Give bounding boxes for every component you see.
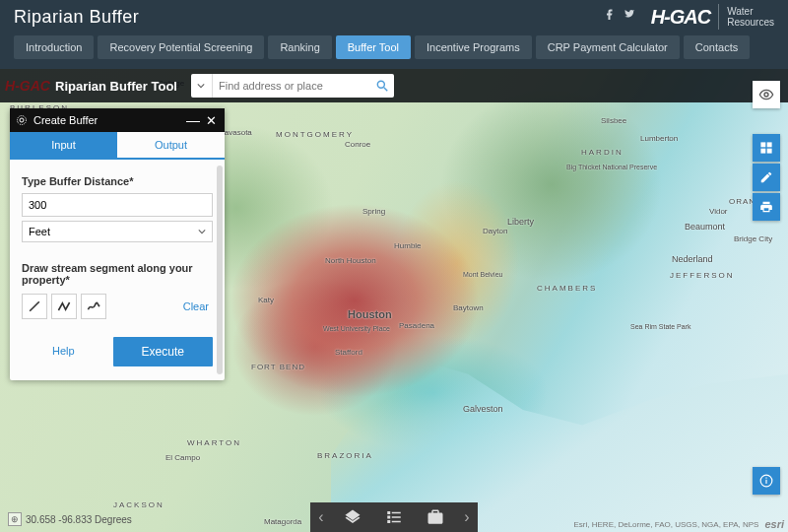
tab-incentive[interactable]: Incentive Programs <box>415 35 532 59</box>
label-elcampo: El Campo <box>165 453 200 462</box>
tab-ranking[interactable]: Ranking <box>268 35 331 59</box>
attribution-text: Esri, HERE, DeLorme, FAO, USGS, NGA, EPA… <box>574 520 759 529</box>
visibility-tool[interactable] <box>753 81 780 108</box>
label-jackson: JACKSON <box>113 500 164 509</box>
label-pasadena: Pasadena <box>399 321 434 330</box>
right-tool-column <box>753 81 780 221</box>
tab-buffer-tool[interactable]: Buffer Tool <box>336 35 411 59</box>
label-fortbend: FORT BEND <box>251 363 281 371</box>
label-vidor: Vidor <box>709 207 728 216</box>
esri-logo: esri <box>764 518 784 530</box>
twitter-icon[interactable] <box>624 8 635 20</box>
legend-icon <box>385 508 403 526</box>
coords-text: 30.658 -96.833 Degrees <box>26 514 132 525</box>
legend-button[interactable] <box>373 502 415 532</box>
label-northhouston: North Houston <box>325 256 364 265</box>
layers-button[interactable] <box>332 502 373 532</box>
tools-button[interactable] <box>415 502 456 532</box>
draw-polyline-tool[interactable] <box>51 294 77 319</box>
distance-input[interactable] <box>22 193 213 217</box>
svg-point-3 <box>18 116 27 125</box>
label-hardin: HARDIN <box>581 148 624 157</box>
buffer-icon <box>16 114 30 126</box>
label-liberty: Liberty <box>507 217 534 227</box>
main-nav: Introduction Recovery Potential Screenin… <box>14 35 750 59</box>
label-stafford: Stafford <box>335 348 362 357</box>
unit-value: Feet <box>29 226 50 237</box>
label-jefferson: JEFFERSON <box>670 271 735 280</box>
tab-contacts[interactable]: Contacts <box>684 35 750 59</box>
label-dayton: Dayton <box>483 227 507 235</box>
label-spring: Spring <box>362 207 385 216</box>
label-humble: Humble <box>394 241 422 250</box>
crosshair-icon[interactable]: ⊕ <box>8 512 22 526</box>
facebook-icon[interactable] <box>604 8 616 20</box>
search-scope-dropdown[interactable] <box>191 74 213 98</box>
svg-rect-17 <box>387 520 390 523</box>
pencil-icon <box>759 170 773 184</box>
app-header: Riparian Buffer H-GAC WaterResources Int… <box>0 0 788 69</box>
close-icon[interactable]: ✕ <box>204 113 219 128</box>
label-bridgecity: Bridge City <box>734 234 772 243</box>
tab-introduction[interactable]: Introduction <box>14 35 94 59</box>
tab-input[interactable]: Input <box>10 132 117 158</box>
search-box <box>191 74 394 98</box>
basemap-tool[interactable] <box>753 134 780 162</box>
svg-rect-7 <box>767 142 772 147</box>
tab-recovery[interactable]: Recovery Potential Screening <box>98 35 264 59</box>
execute-button[interactable]: Execute <box>113 337 213 366</box>
draw-label: Draw stream segment along your property* <box>22 262 213 286</box>
label-houston: Houston <box>348 308 392 320</box>
label-lumberton: Lumberton <box>640 134 678 143</box>
brand-subtitle: WaterResources <box>727 6 774 28</box>
coordinate-readout: ⊕ 30.658 -96.833 Degrees <box>8 512 132 526</box>
svg-rect-15 <box>387 516 390 519</box>
tab-output[interactable]: Output <box>117 132 225 158</box>
label-beaumont: Beaumont <box>685 222 725 232</box>
svg-rect-8 <box>760 149 765 154</box>
label-matagorda: Matagorda <box>264 517 301 526</box>
label-baytown: Baytown <box>453 303 484 312</box>
collapse-right-icon[interactable]: › <box>456 502 478 532</box>
help-button[interactable]: Help <box>22 337 105 366</box>
clear-button[interactable]: Clear <box>183 300 213 312</box>
panel-tabs: Input Output <box>10 132 225 160</box>
collapse-left-icon[interactable]: ‹ <box>310 502 332 532</box>
svg-rect-16 <box>392 516 401 518</box>
bottom-toolbar: ‹ › <box>310 502 478 532</box>
layers-icon <box>344 508 361 526</box>
svg-point-5 <box>764 93 768 97</box>
label-chambers: CHAMBERS <box>537 284 597 293</box>
eye-icon <box>758 87 774 102</box>
svg-line-1 <box>384 88 388 92</box>
label-seabrin: Sea Rim State Park <box>630 323 670 331</box>
panel-title: Create Buffer <box>33 114 98 126</box>
search-input[interactable] <box>213 75 370 97</box>
panel-header[interactable]: Create Buffer — ✕ <box>10 108 225 132</box>
edit-tool[interactable] <box>753 164 780 191</box>
svg-rect-9 <box>767 149 772 154</box>
label-thicket: Big Thicket National Preserve <box>566 164 625 171</box>
label-katy: Katy <box>258 296 274 304</box>
toolbar-logo: H-GAC <box>0 69 55 102</box>
svg-rect-13 <box>387 511 390 514</box>
grid-icon <box>759 141 773 155</box>
brand-block: H-GAC WaterResources <box>651 4 774 30</box>
info-icon <box>759 474 773 488</box>
chevron-down-icon <box>198 228 206 235</box>
label-conroe: Conroe <box>345 140 370 149</box>
svg-rect-6 <box>760 142 765 147</box>
draw-line-tool[interactable] <box>22 294 47 319</box>
page-title: Riparian Buffer <box>14 7 139 28</box>
tab-crp[interactable]: CRP Payment Calculator <box>536 35 680 59</box>
unit-select[interactable]: Feet <box>22 221 213 242</box>
label-wharton: WHARTON <box>187 438 241 447</box>
info-tool[interactable] <box>753 467 780 495</box>
draw-freehand-tool[interactable] <box>81 294 106 319</box>
toolbox-icon <box>427 508 444 526</box>
toolbar-title: Riparian Buffer Tool <box>55 79 185 94</box>
minimize-icon[interactable]: — <box>182 115 204 125</box>
print-tool[interactable] <box>753 193 780 221</box>
search-button[interactable] <box>370 74 394 98</box>
svg-rect-18 <box>392 521 401 523</box>
